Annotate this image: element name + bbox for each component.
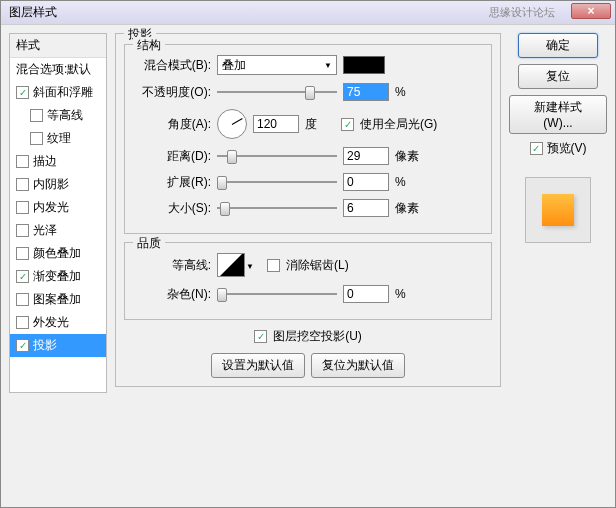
style-checkbox[interactable] (30, 132, 43, 145)
preview-label: 预览(V) (547, 140, 587, 157)
style-item[interactable]: 等高线 (10, 104, 106, 127)
style-item[interactable]: ✓投影 (10, 334, 106, 357)
antialias-checkbox[interactable] (267, 259, 280, 272)
opacity-slider[interactable] (217, 84, 337, 100)
cancel-button[interactable]: 复位 (518, 64, 598, 89)
structure-group: 结构 混合模式(B): 叠加 ▼ 不透明度(O): 75 % (124, 44, 492, 234)
opacity-row: 不透明度(O): 75 % (133, 83, 483, 101)
size-row: 大小(S): 6 像素 (133, 199, 483, 217)
spread-slider[interactable] (217, 174, 337, 190)
noise-row: 杂色(N): 0 % (133, 285, 483, 303)
style-checkbox[interactable] (30, 109, 43, 122)
style-label: 内发光 (33, 199, 69, 216)
style-checkbox[interactable] (16, 201, 29, 214)
preview-checkbox[interactable]: ✓ (530, 142, 543, 155)
style-item[interactable]: ✓渐变叠加 (10, 265, 106, 288)
distance-unit: 像素 (395, 148, 425, 165)
noise-unit: % (395, 287, 425, 301)
style-label: 等高线 (47, 107, 83, 124)
blend-mode-dropdown[interactable]: 叠加 ▼ (217, 55, 337, 75)
style-item[interactable]: 内发光 (10, 196, 106, 219)
style-item[interactable]: 纹理 (10, 127, 106, 150)
close-button[interactable]: × (571, 3, 611, 19)
angle-label: 角度(A): (133, 116, 211, 133)
spread-unit: % (395, 175, 425, 189)
style-item[interactable]: 描边 (10, 150, 106, 173)
global-light-checkbox[interactable]: ✓ (341, 118, 354, 131)
chevron-down-icon: ▼ (324, 61, 332, 70)
contour-row: 等高线: ▼ 消除锯齿(L) (133, 253, 483, 277)
knockout-checkbox[interactable]: ✓ (254, 330, 267, 343)
reset-default-button[interactable]: 复位为默认值 (311, 353, 405, 378)
opacity-unit: % (395, 85, 425, 99)
style-item[interactable]: 图案叠加 (10, 288, 106, 311)
style-checkbox[interactable] (16, 178, 29, 191)
chevron-down-icon: ▼ (246, 262, 254, 271)
default-buttons: 设置为默认值 复位为默认值 (124, 353, 492, 378)
knockout-row: ✓ 图层挖空投影(U) (124, 328, 492, 345)
distance-input[interactable]: 29 (343, 147, 389, 165)
style-item[interactable]: 内阴影 (10, 173, 106, 196)
style-checkbox[interactable]: ✓ (16, 270, 29, 283)
distance-label: 距离(D): (133, 148, 211, 165)
style-checkbox[interactable] (16, 316, 29, 329)
contour-label: 等高线: (133, 257, 211, 274)
spread-input[interactable]: 0 (343, 173, 389, 191)
style-item[interactable]: 外发光 (10, 311, 106, 334)
opacity-input[interactable]: 75 (343, 83, 389, 101)
blend-mode-label: 混合模式(B): (133, 57, 211, 74)
ok-button[interactable]: 确定 (518, 33, 598, 58)
styles-panel: 样式 混合选项:默认 ✓斜面和浮雕等高线纹理描边内阴影内发光光泽颜色叠加✓渐变叠… (9, 33, 107, 499)
style-item[interactable]: 光泽 (10, 219, 106, 242)
preview-box (525, 177, 591, 243)
new-style-button[interactable]: 新建样式(W)... (509, 95, 607, 134)
layer-style-dialog: 图层样式 思缘设计论坛 × 样式 混合选项:默认 ✓斜面和浮雕等高线纹理描边内阴… (0, 0, 616, 508)
style-label: 内阴影 (33, 176, 69, 193)
brand-text: 思缘设计论坛 (489, 5, 555, 20)
style-checkbox[interactable] (16, 293, 29, 306)
style-checkbox[interactable] (16, 247, 29, 260)
style-checkbox[interactable] (16, 224, 29, 237)
main-panel: 投影 结构 混合模式(B): 叠加 ▼ 不透明度(O): (115, 33, 501, 499)
noise-input[interactable]: 0 (343, 285, 389, 303)
size-slider[interactable] (217, 200, 337, 216)
make-default-button[interactable]: 设置为默认值 (211, 353, 305, 378)
effect-group: 投影 结构 混合模式(B): 叠加 ▼ 不透明度(O): (115, 33, 501, 387)
angle-row: 角度(A): 120 度 ✓ 使用全局光(G) (133, 109, 483, 139)
size-input[interactable]: 6 (343, 199, 389, 217)
preview-swatch (542, 194, 574, 226)
quality-title: 品质 (133, 235, 165, 252)
style-label: 颜色叠加 (33, 245, 81, 262)
titlebar: 图层样式 思缘设计论坛 × (1, 1, 615, 25)
styles-header[interactable]: 样式 (10, 34, 106, 58)
style-item[interactable]: ✓斜面和浮雕 (10, 81, 106, 104)
size-label: 大小(S): (133, 200, 211, 217)
style-checkbox[interactable] (16, 155, 29, 168)
knockout-label: 图层挖空投影(U) (273, 328, 362, 345)
style-checkbox[interactable]: ✓ (16, 86, 29, 99)
global-light-label: 使用全局光(G) (360, 116, 437, 133)
blend-options-item[interactable]: 混合选项:默认 (10, 58, 106, 81)
spread-label: 扩展(R): (133, 174, 211, 191)
contour-picker[interactable]: ▼ (217, 253, 245, 277)
angle-input[interactable]: 120 (253, 115, 299, 133)
window-title: 图层样式 (5, 4, 57, 21)
style-label: 描边 (33, 153, 57, 170)
style-label: 斜面和浮雕 (33, 84, 93, 101)
style-label: 光泽 (33, 222, 57, 239)
angle-dial[interactable] (217, 109, 247, 139)
antialias-label: 消除锯齿(L) (286, 257, 349, 274)
style-label: 纹理 (47, 130, 71, 147)
shadow-color-swatch[interactable] (343, 56, 385, 74)
close-icon: × (587, 4, 594, 18)
blend-mode-value: 叠加 (222, 57, 246, 74)
angle-unit: 度 (305, 116, 335, 133)
style-checkbox[interactable]: ✓ (16, 339, 29, 352)
style-item[interactable]: 颜色叠加 (10, 242, 106, 265)
noise-slider[interactable] (217, 286, 337, 302)
distance-slider[interactable] (217, 148, 337, 164)
style-label: 渐变叠加 (33, 268, 81, 285)
structure-title: 结构 (133, 37, 165, 54)
styles-list: 样式 混合选项:默认 ✓斜面和浮雕等高线纹理描边内阴影内发光光泽颜色叠加✓渐变叠… (9, 33, 107, 393)
right-panel: 确定 复位 新建样式(W)... ✓ 预览(V) (509, 33, 607, 499)
